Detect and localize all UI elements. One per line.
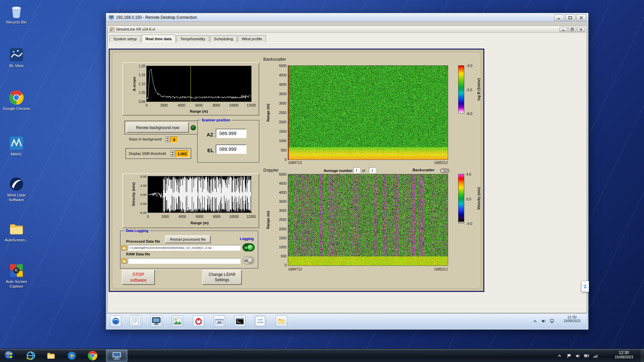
toggle-knob (247, 257, 254, 264)
desktop-icon-auto-screen-capture[interactable]: Auto Screen Capture (1, 263, 32, 289)
rdp-connection-widget[interactable] (581, 281, 589, 292)
el-value-indicator: 089.999 (216, 144, 247, 154)
app-minimize-button[interactable] (559, 27, 568, 32)
tab-system-setup[interactable]: System setup (109, 35, 141, 43)
rays-spinner[interactable] (165, 136, 169, 142)
app-titlebar[interactable]: StreamLine XR v14-6.vi (108, 26, 587, 33)
el-label: EL (207, 147, 214, 153)
rdp-close-button[interactable] (576, 14, 586, 21)
remote-task-sphere-icon[interactable] (110, 315, 121, 327)
show-desktop-button[interactable] (640, 349, 644, 362)
processed-data-file-label: Processed Data file (126, 239, 160, 243)
doppler-colorbar (458, 174, 464, 223)
renew-background-button[interactable]: Renew background now (126, 122, 189, 133)
average-number-field[interactable]: 1 (353, 167, 360, 173)
snr-value-field[interactable]: 1.002 (175, 150, 189, 157)
desktop-icon-autoscreen[interactable]: AutoScreen... (1, 221, 32, 243)
remote-volume-icon[interactable] (541, 318, 547, 324)
remote-task-photos-icon[interactable] (172, 315, 183, 327)
path-browse-icon[interactable] (121, 245, 126, 250)
toggle-knob (247, 244, 254, 251)
remote-network-icon[interactable] (549, 318, 555, 324)
network-icon[interactable] (592, 353, 598, 359)
speaker-icon (576, 354, 580, 358)
tab-scheduling[interactable]: Scheduling (210, 35, 237, 43)
minimize-icon (562, 28, 565, 31)
ascope-y-ticks: 1.201.151.101.050.99 (137, 66, 145, 102)
backscatter-toggle-switch[interactable] (440, 169, 449, 173)
desktop-icon-bl-view[interactable]: BL-View (1, 47, 32, 68)
backscatter-x-end: 1685212 (434, 161, 448, 165)
taskbar-explorer-icon[interactable] (42, 350, 60, 362)
remote-task-cmd-icon[interactable] (234, 315, 246, 327)
tab-wind-profile[interactable]: Wind profile (238, 35, 266, 43)
remote-task-scan-sched-icon[interactable]: Scan sched (255, 315, 266, 327)
average-number-label: Average number (324, 169, 353, 173)
doppler-plot-area (288, 174, 448, 266)
hidden-icons-arrow[interactable] (556, 353, 562, 359)
remote-task-notepad-icon[interactable] (129, 315, 141, 327)
folder-icon (277, 317, 286, 325)
notepad-icon (131, 317, 139, 325)
host-clock[interactable]: 12:30 15/08/2023 (608, 350, 640, 359)
app-close-button[interactable] (577, 27, 585, 32)
battery-icon[interactable] (584, 353, 589, 359)
backscatter-heatmap (288, 66, 448, 160)
remote-task-display-icon[interactable] (151, 315, 162, 327)
photos-icon (173, 317, 182, 325)
of-label: of (362, 169, 365, 173)
start-button[interactable] (3, 350, 15, 362)
rdp-minimize-button[interactable] (554, 14, 564, 21)
rdp-maximize-button[interactable] (565, 14, 575, 21)
close-icon (579, 16, 583, 19)
tab-temp-humidity[interactable]: Temp/humidity (176, 35, 209, 43)
action-center-icon[interactable] (566, 353, 572, 359)
host-clock-date: 15/08/2023 (608, 355, 640, 359)
raw-logging-toggle[interactable]: OFF (243, 256, 255, 264)
taskbar-media-player-icon[interactable] (63, 350, 80, 362)
chevron-up-icon (558, 355, 561, 357)
desktop-icon-mw41[interactable]: MW41 (1, 135, 32, 157)
folder-icon (46, 351, 56, 360)
taskbar-rdp-button[interactable] (106, 350, 127, 362)
desktop-icon-recycle-bin[interactable]: Recycle Bin (1, 3, 32, 25)
change-lidar-settings-button[interactable]: Change LiDAR Settings (202, 270, 242, 285)
rdp-titlebar[interactable]: 192.168.0.150 - Remote Desktop Connectio… (106, 13, 588, 22)
desktop-icon-label: MW41 (11, 152, 22, 157)
desktop-icon-label: Auto Screen Capture (1, 280, 32, 289)
processed-logging-toggle[interactable]: ON (243, 243, 255, 251)
app-restore-button[interactable] (568, 27, 576, 32)
remote-task-folder-icon[interactable] (276, 315, 287, 327)
change-button-line2: Settings (215, 278, 229, 283)
taskbar-chrome-icon[interactable] (84, 350, 101, 362)
tab-real-time-data[interactable]: Real time data (142, 35, 176, 43)
flag-icon (567, 354, 571, 358)
desktop-icon-wind-lidar[interactable]: Wind Lidar Software (1, 176, 32, 202)
path-browse-icon[interactable] (121, 258, 126, 263)
bl-view-icon (9, 47, 24, 62)
velocity-plot-group: Velocity (m/s) 5.002.500.00-2.50-5.00 02… (122, 173, 259, 228)
rays-value-field[interactable]: 8 (170, 136, 178, 143)
remote-task-xr-vi-icon[interactable]: XR (214, 315, 225, 327)
remote-task-power-icon[interactable] (193, 315, 204, 327)
backscatter-y-axis-label: Range (m) (266, 66, 270, 160)
taskbar-ie-icon[interactable] (22, 350, 40, 362)
average-total-field[interactable]: 1 (369, 167, 376, 173)
stop-software-button[interactable]: STOP software (122, 270, 155, 285)
processed-path-field[interactable]: C:\Lidar\Data\Proc\2023\202308\20230815\… (128, 245, 240, 251)
doppler-x-ticks: 1684713 1685212 (288, 267, 448, 271)
backscatter-x-ticks: 1684713 1685212 (288, 161, 448, 165)
doppler-title: Doppler (263, 168, 279, 173)
snr-spinner[interactable] (170, 150, 174, 157)
ascope-y-axis-label: A-scope (132, 66, 137, 102)
volume-icon[interactable] (575, 353, 581, 359)
ascope-plot-area (146, 66, 252, 102)
restart-processed-file-button[interactable]: Restart processed file (165, 235, 211, 243)
doppler-y-axis-label: Range (m) (266, 174, 270, 265)
remote-clock[interactable]: 12:30 15/08/2023 (558, 315, 585, 323)
az-label: AZ (207, 132, 213, 137)
backscatter-plot-area (288, 65, 448, 160)
raw-path-field[interactable] (128, 258, 240, 264)
remote-hidden-icons-arrow[interactable] (532, 318, 538, 324)
desktop-icon-google-chrome[interactable]: Google Chrome (1, 90, 32, 111)
